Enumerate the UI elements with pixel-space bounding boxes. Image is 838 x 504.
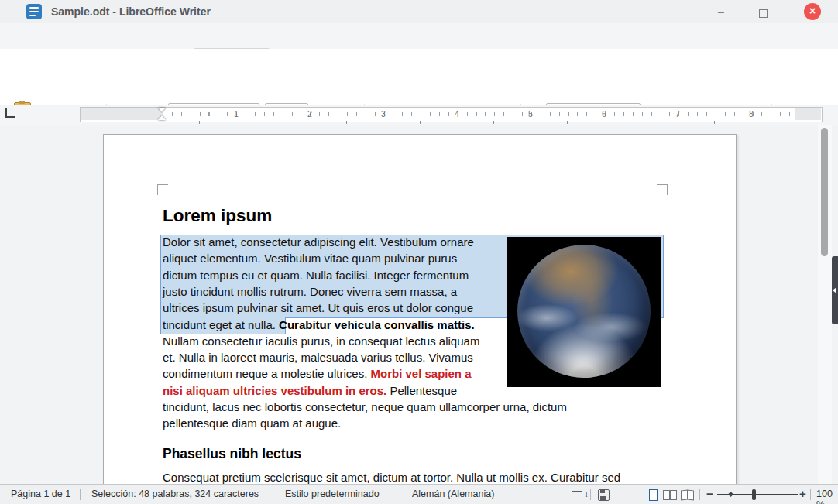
text-line[interactable]: aliquet elementum. Vestibulum vitae quam…: [163, 250, 457, 266]
text-line[interactable]: ultrices ipsum pulvinar sit amet. Ut qui…: [163, 300, 473, 316]
document-heading-2[interactable]: Phasellus nibh lectus: [163, 446, 301, 462]
ruler-number: 8: [747, 109, 756, 118]
document-paragraph-1[interactable]: Dolor sit amet, consectetur adipiscing e…: [163, 234, 661, 435]
zoom-out-button[interactable]: −: [706, 487, 713, 500]
document-view[interactable]: Lorem ipsum Dolor sit amet, consectetur …: [0, 125, 838, 484]
status-separator: [616, 489, 616, 500]
save-state-icon[interactable]: [598, 489, 610, 501]
tab-stop-type-selector[interactable]: [5, 108, 15, 118]
tab-bar: ↓ ▾ ▾ Archivo Inicio Insertar Disposició…: [0, 23, 838, 50]
maximize-button[interactable]: [754, 5, 771, 19]
close-button[interactable]: ×: [804, 3, 821, 20]
language-status[interactable]: Alemán (Alemania): [412, 489, 494, 499]
ruler-number: 6: [599, 109, 609, 118]
text-line[interactable]: tincidunt eget at nulla. Curabitur vehic…: [163, 317, 475, 333]
earth-globe: [517, 245, 651, 378]
horizontal-ruler[interactable]: 1 2 3 4 5 6 7 8: [80, 107, 823, 122]
window-title: Sample.odt - LibreOffice Writer: [51, 5, 211, 18]
ruler-number: 1: [232, 109, 241, 118]
text-line[interactable]: nisi aliquam ultricies vestibulum in ero…: [163, 382, 457, 399]
status-separator: [400, 489, 400, 500]
status-separator: [80, 489, 81, 500]
left-indent-marker[interactable]: [158, 115, 166, 120]
ruler-number: 2: [305, 109, 314, 118]
text-line[interactable]: pellentesque diam quam at augue.: [163, 415, 341, 431]
first-line-indent-marker[interactable]: [158, 108, 166, 112]
status-separator: [810, 489, 811, 500]
status-bar: Página 1 de 1 Selección: 48 palabras, 32…: [0, 484, 838, 504]
single-page-view-icon[interactable]: [649, 489, 658, 501]
minimize-button[interactable]: –: [713, 5, 730, 19]
zoom-100-marker: [728, 492, 733, 497]
ruler-row: 1 2 3 4 5 6 7 8: [0, 105, 838, 125]
text-line[interactable]: Nullam consectetur iaculis purus, in con…: [163, 333, 479, 349]
ruler-ticks: [163, 112, 795, 116]
document-page[interactable]: Lorem ipsum Dolor sit amet, consectetur …: [103, 134, 737, 484]
text-line[interactable]: dictum tempus eu et quam. Nulla facilisi…: [163, 267, 469, 283]
ruler-right-margin: [795, 108, 821, 120]
document-icon: [26, 4, 42, 19]
zoom-level-status[interactable]: 100 %: [816, 489, 838, 504]
status-separator: [541, 489, 541, 500]
page-count-status[interactable]: Página 1 de 1: [11, 489, 70, 499]
text-line[interactable]: tincidunt, lacus nec lobortis consectetu…: [163, 399, 567, 415]
text-boundary-corner-left: [157, 184, 168, 195]
sidebar-toggle[interactable]: [832, 256, 838, 324]
multi-page-view-icon[interactable]: [663, 490, 670, 500]
document-paragraph-2[interactable]: Consequat pretium scelerisque sit amet, …: [163, 471, 620, 484]
document-heading-1[interactable]: Lorem ipsum: [163, 206, 272, 226]
word-count-status[interactable]: Selección: 48 palabras, 324 caracteres: [91, 489, 259, 499]
vertical-scrollbar[interactable]: [818, 125, 832, 484]
default-tab-stops: [199, 121, 795, 124]
text-line[interactable]: condimentum neque a molestie ultrices. M…: [163, 365, 472, 382]
page-style-status[interactable]: Estilo predeterminado: [285, 489, 380, 499]
ruler-number: 5: [526, 109, 535, 118]
earth-image[interactable]: [507, 237, 661, 387]
status-separator: [273, 489, 273, 500]
status-separator: [637, 489, 637, 500]
scrollbar-thumb[interactable]: [821, 128, 828, 256]
ruler-left-margin: [81, 108, 163, 120]
multi-page-view-icon2[interactable]: [670, 490, 677, 500]
text-boundary-corner-right: [657, 184, 668, 195]
status-separator: [590, 489, 591, 500]
text-line[interactable]: et. Nulla in laoreet mauris, malesuada v…: [163, 349, 473, 365]
book-view-icon2[interactable]: [687, 490, 694, 501]
ruler-number: 3: [379, 109, 388, 118]
title-bar: Sample.odt - LibreOffice Writer – ×: [0, 0, 838, 24]
ruler-number: 7: [673, 109, 682, 118]
text-line[interactable]: justo tincidunt mollis rutrum. Donec viv…: [163, 283, 457, 300]
zoom-slider-thumb[interactable]: [752, 489, 756, 500]
zoom-in-button[interactable]: +: [799, 487, 806, 500]
status-separator: [699, 489, 700, 500]
ruler-number: 4: [452, 109, 462, 118]
maximize-icon: [759, 9, 768, 18]
text-line[interactable]: Dolor sit amet, consectetur adipiscing e…: [163, 234, 474, 250]
notebookbar-toolbar: ▾ Pegar ✂ Cortar Copiar Clonar A Limpiar…: [0, 49, 838, 105]
selection-mode-icon[interactable]: [572, 491, 582, 499]
libreoffice-writer-window: Sample.odt - LibreOffice Writer – × ↓ ▾ …: [0, 0, 838, 504]
